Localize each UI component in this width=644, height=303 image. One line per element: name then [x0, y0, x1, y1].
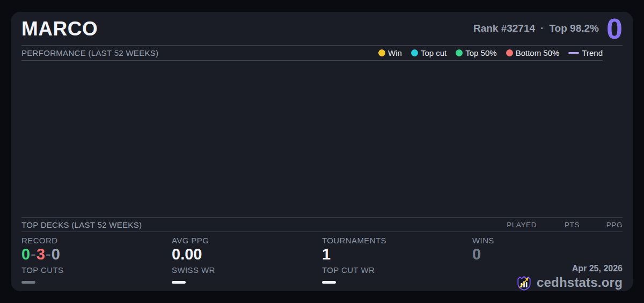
stat-wins: WINS 0: [472, 232, 623, 262]
record-wins: 0: [21, 246, 30, 263]
legend-label-trend: Trend: [582, 48, 603, 57]
wins-label: WINS: [472, 236, 623, 244]
top-percent-label: Top 98.2%: [549, 23, 599, 34]
top-cuts-label: TOP CUTS: [21, 266, 172, 274]
swiss-wr-empty-value: —: [172, 281, 186, 284]
legend-item-bottom50[interactable]: Bottom 50%: [506, 48, 560, 57]
swiss-wr-label: SWISS WR: [172, 266, 322, 274]
legend-label-win: Win: [388, 48, 402, 57]
stat-avg-ppg: AVG PPG 0.00: [172, 232, 322, 262]
column-ppg: PPG: [580, 221, 623, 229]
bottom50-dot-icon: [506, 49, 513, 56]
stat-top-cuts: TOP CUTS —: [21, 262, 172, 291]
legend-label-top50: Top 50%: [465, 48, 496, 57]
legend-item-trend[interactable]: Trend: [568, 48, 603, 57]
score-value: 0: [606, 16, 623, 42]
legend-label-bottom50: Bottom 50%: [516, 48, 560, 57]
record-separator: -: [46, 246, 51, 263]
stat-record: RECORD 0-3-0: [21, 232, 172, 262]
legend-label-top-cut: Top cut: [421, 48, 447, 57]
record-label: RECORD: [21, 236, 172, 244]
rank-label: Rank #32714: [473, 23, 535, 34]
wins-value: 0: [472, 247, 623, 262]
win-dot-icon: [378, 49, 385, 56]
date-label: Apr 25, 2026: [472, 264, 623, 273]
top-decks-title: TOP DECKS (LAST 52 WEEKS): [21, 220, 142, 229]
cedhstats-logo-icon: [516, 275, 532, 291]
performance-section-title: PERFORMANCE (LAST 52 WEEKS): [21, 48, 158, 57]
player-name: MARCO: [21, 19, 98, 39]
top-decks-header: TOP DECKS (LAST 52 WEEKS) PLAYED PTS PPG: [21, 217, 623, 232]
footer: Apr 25, 2026 cedhstats.org: [472, 262, 623, 291]
top-cut-dot-icon: [411, 49, 418, 56]
top-decks-columns: PLAYED PTS PPG: [494, 221, 623, 229]
avg-ppg-label: AVG PPG: [172, 236, 322, 244]
legend-item-top-cut[interactable]: Top cut: [411, 48, 447, 57]
rank-line: Rank #32714·Top 98.2%: [473, 23, 599, 34]
record-losses: 3: [36, 246, 45, 263]
trend-line-icon: [568, 52, 579, 54]
record-value: 0-3-0: [21, 247, 172, 262]
performance-chart: [21, 61, 623, 217]
record-draws: 0: [52, 246, 60, 263]
tournaments-value: 1: [322, 247, 472, 262]
top-cut-wr-label: TOP CUT WR: [322, 266, 472, 274]
rank-separator: ·: [540, 23, 544, 34]
chart-legend: Win Top cut Top 50% Bottom 50% Trend: [378, 48, 603, 57]
card-header: MARCO Rank #32714·Top 98.2% 0: [21, 12, 623, 46]
avg-ppg-value: 0.00: [172, 247, 322, 262]
stats-grid: RECORD 0-3-0 AVG PPG 0.00 TOURNAMENTS 1 …: [21, 232, 623, 291]
brand-name: cedhstats.org: [537, 275, 623, 291]
legend-item-win[interactable]: Win: [378, 48, 402, 57]
column-pts: PTS: [537, 221, 580, 229]
top-cuts-empty-value: —: [21, 281, 35, 284]
performance-header: PERFORMANCE (LAST 52 WEEKS) Win Top cut …: [21, 46, 603, 61]
brand[interactable]: cedhstats.org: [472, 275, 623, 291]
tournaments-label: TOURNAMENTS: [322, 236, 472, 244]
top50-dot-icon: [456, 49, 463, 56]
column-played: PLAYED: [494, 221, 537, 229]
record-separator: -: [31, 246, 36, 263]
stat-tournaments: TOURNAMENTS 1: [322, 232, 472, 262]
stat-top-cut-wr: TOP CUT WR —: [322, 262, 472, 291]
player-stats-card: MARCO Rank #32714·Top 98.2% 0 PERFORMANC…: [11, 12, 633, 291]
rank-area: Rank #32714·Top 98.2% 0: [473, 16, 623, 42]
logo-bar: [526, 282, 528, 287]
top-cut-wr-empty-value: —: [322, 281, 336, 284]
legend-item-top50[interactable]: Top 50%: [456, 48, 496, 57]
stat-swiss-wr: SWISS WR —: [172, 262, 322, 291]
